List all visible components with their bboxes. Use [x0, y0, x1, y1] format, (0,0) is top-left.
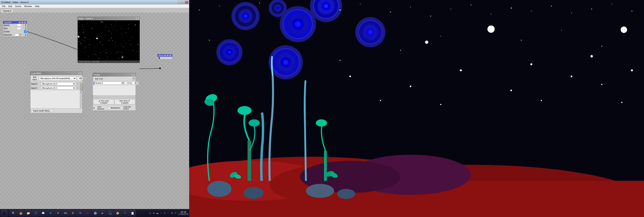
entry-value1[interactable]	[124, 82, 130, 85]
taskbar-vlc[interactable]: 🔶	[114, 210, 121, 217]
minimize-button[interactable]: ─	[178, 1, 181, 3]
speed-input[interactable]	[17, 24, 24, 26]
playlist-toolbar-scroll[interactable]: ▼	[132, 77, 135, 80]
audio-scroll-down[interactable]: ▼	[80, 91, 82, 93]
input-0-scroll[interactable]: ≡	[77, 83, 79, 85]
taskbar-render[interactable]: B	[70, 210, 76, 217]
audio-file-control-option[interactable]: Audio file control	[121, 106, 135, 110]
next-entry-button[interactable]: Next entry ▼in playlist	[114, 99, 135, 104]
size-input[interactable]	[17, 27, 24, 30]
preview-star	[109, 31, 109, 31]
audio-file-control-checkbox[interactable]	[121, 107, 123, 109]
starfield-ctrl-2[interactable]: ■	[21, 21, 24, 23]
speed-spinner[interactable]: ▲▼	[24, 24, 26, 26]
tray-sound[interactable]: ♪	[160, 212, 162, 215]
randomize-checkbox[interactable]	[108, 107, 110, 109]
svg-point-28	[295, 21, 301, 27]
tray-bluetooth[interactable]: ✦	[163, 212, 166, 215]
tab-bar: Scene 0	[0, 8, 189, 12]
taskbar-music[interactable]: 🎵	[32, 210, 39, 217]
preview-title-text: Magic - Scene 0	[78, 17, 93, 20]
entry-value2[interactable]	[132, 82, 139, 85]
menu-bar: File Edit Scene Window Help	[0, 4, 189, 8]
prev-entry-button[interactable]: ▲ Prev entryin playlist	[94, 99, 114, 104]
add-entry-button[interactable]: Add entry	[94, 77, 105, 80]
audio-scrollbar[interactable]: ▲ ▼	[80, 82, 82, 108]
entry-scene-input[interactable]	[95, 82, 122, 85]
magic-ctrl-1[interactable]: ■	[164, 55, 166, 57]
input-1-channel[interactable]: Microphone (2) 1	[41, 86, 76, 90]
import-audio-button[interactable]: Import audio file(s)...	[31, 109, 53, 112]
magic-ctrl-3[interactable]: ■	[169, 55, 172, 57]
taskbar-search[interactable]: 🔍	[10, 210, 17, 217]
add-input-button[interactable]: Add input	[31, 76, 38, 81]
tray-security[interactable]: 🛡	[174, 212, 177, 215]
taskbar-app1[interactable]: ✦	[122, 210, 128, 217]
tray-network[interactable]: ⊕	[152, 212, 155, 215]
playlist-close-button[interactable]: ✕	[132, 73, 135, 76]
starfield-ctrl-3[interactable]: ■	[24, 21, 26, 23]
taskbar-chat[interactable]: 💬	[40, 210, 46, 217]
sample-rate-arrow[interactable]: ▼	[84, 77, 86, 80]
stars-sec-input[interactable]	[15, 33, 24, 36]
input-1-scroll[interactable]: ≡	[77, 87, 79, 89]
size-spinner[interactable]: ▲▼	[24, 28, 26, 29]
menu-file[interactable]: File	[1, 5, 7, 8]
circles-checkbox[interactable]	[24, 30, 26, 33]
taskbar-headphones[interactable]: 🎧	[107, 210, 114, 217]
preview-star	[132, 50, 133, 51]
input-0-channel[interactable]: Microphone (2) 0	[41, 82, 76, 85]
entry-number: 0	[94, 82, 94, 85]
menu-edit[interactable]: Edit	[7, 5, 14, 8]
taskbar-firefox[interactable]: 🦊	[17, 210, 24, 217]
taskbar-settings[interactable]: ⚙️	[92, 210, 98, 217]
preview-star	[83, 31, 83, 31]
taskbar-explorer[interactable]: 📋	[129, 210, 136, 217]
preview-star	[135, 24, 136, 25]
skype-icon: S	[48, 211, 53, 216]
audio-scroll-up[interactable]: ▲	[80, 82, 82, 84]
svg-point-88	[530, 63, 532, 65]
preview-close-button[interactable]: ✕	[136, 17, 139, 20]
auto-advance-checkbox[interactable]	[95, 107, 97, 109]
svg-point-43	[283, 60, 288, 65]
taskbar-folder[interactable]: 📁	[25, 210, 32, 217]
device-dropdown[interactable]: Microphone (VIA HD Audio(WinB....	[39, 77, 76, 80]
taskbar-skype[interactable]: S	[47, 210, 54, 217]
tray-battery[interactable]: ▬	[156, 212, 159, 215]
preview-star	[122, 56, 123, 58]
entry-scene-dropdown[interactable]: ▼	[122, 82, 124, 85]
preview-star	[105, 35, 105, 35]
audio-scroll-thumb[interactable]	[80, 85, 82, 91]
playlist-scroll-arrow[interactable]: ▼	[133, 77, 135, 80]
preview-star	[106, 50, 106, 50]
taskbar-media[interactable]: 🎮	[62, 210, 69, 217]
preview-star	[107, 47, 108, 48]
menu-scene[interactable]: Scene	[14, 5, 22, 8]
taskbar-magic[interactable]: M	[77, 210, 84, 217]
menu-help[interactable]: Help	[34, 5, 41, 8]
taskbar-video[interactable]: ▶	[99, 210, 106, 217]
audio-close-button[interactable]: ✕	[78, 72, 82, 75]
tray-msg[interactable]: ✉	[170, 212, 174, 215]
sample-rate-input[interactable]	[77, 77, 83, 80]
maximize-button[interactable]: □	[182, 1, 185, 3]
taskbar-akai[interactable]: AK	[84, 210, 91, 217]
stars-sec-spinner[interactable]: ▲▼	[24, 34, 26, 36]
playlist-h-scroll[interactable]	[93, 95, 136, 98]
tray-icon-1[interactable]: ▸	[148, 212, 152, 215]
close-button[interactable]: ✕	[185, 1, 188, 3]
randomize-option[interactable]: Randomize	[108, 107, 120, 109]
preview-star	[112, 33, 112, 33]
starfield-ctrl-1[interactable]: ■	[18, 21, 21, 23]
preview-status-bar: 1920×1080 60 0 196×649	[78, 60, 140, 63]
taskbar-virus[interactable]: V	[54, 210, 62, 217]
start-button[interactable]: ⊞	[1, 210, 8, 217]
magic-ctrl-2[interactable]: ■	[166, 55, 169, 57]
tab-scene0[interactable]: Scene 0	[1, 9, 13, 12]
auto-advance-option[interactable]: A Auto-advance	[94, 106, 107, 110]
menu-window[interactable]: Window	[23, 5, 33, 8]
svg-point-78	[340, 60, 341, 61]
tray-wifi[interactable]: ⋯	[167, 212, 170, 215]
preview-star	[79, 26, 79, 26]
